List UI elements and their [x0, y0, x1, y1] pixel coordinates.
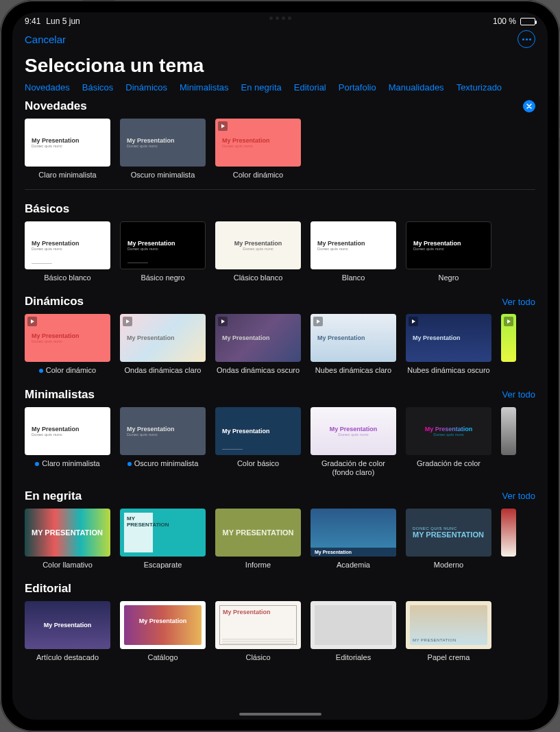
- theme-label: Color llamativo: [25, 561, 110, 570]
- page-title: Selecciona un tema: [12, 52, 548, 82]
- tab-dinamicos[interactable]: Dinámicos: [125, 82, 167, 93]
- theme-label: Catálogo: [120, 653, 206, 662]
- tab-texturizado[interactable]: Texturizado: [456, 82, 502, 93]
- theme-oscuro-minimalista[interactable]: My PresentationDonec quis nunc Oscuro mi…: [120, 407, 206, 477]
- tab-basicos[interactable]: Básicos: [82, 82, 114, 93]
- theme-label: Claro minimalista: [25, 171, 110, 180]
- section-title: En negrita: [25, 489, 82, 503]
- tab-en-negrita[interactable]: En negrita: [241, 82, 282, 93]
- play-icon: [504, 317, 513, 326]
- theme-label: Color básico: [215, 459, 301, 468]
- see-all-link[interactable]: Ver todo: [502, 297, 535, 307]
- theme-articulo-destacado[interactable]: My Presentation Artículo destacado: [25, 601, 110, 662]
- theme-moderno[interactable]: Donec quis nuncMY PRESENTATION Moderno: [406, 509, 491, 570]
- theme-oscuro-minimalista[interactable]: My PresentationDonec quis nunc Oscuro mi…: [120, 119, 206, 180]
- theme-label: Gradación de color: [406, 459, 491, 468]
- cancel-button[interactable]: Cancelar: [25, 34, 66, 45]
- status-bar: 9:41 Lun 5 jun 100 %: [12, 12, 548, 27]
- section-novedades: Novedades My PresentationDonec quis nunc…: [25, 99, 535, 190]
- theme-negro[interactable]: My PresentationDonec quis nunc Negro: [406, 221, 491, 282]
- theme-label: Color dinámico: [215, 171, 301, 180]
- theme-color-basico[interactable]: My Presentation Color básico: [215, 407, 301, 477]
- tab-minimalistas[interactable]: Minimalistas: [180, 82, 229, 93]
- home-indicator[interactable]: [239, 713, 321, 716]
- theme-escaparate[interactable]: MY PRESENTATION Escaparate: [120, 509, 206, 570]
- theme-label: Artículo destacado: [25, 653, 110, 662]
- theme-label: Clásico: [215, 653, 301, 662]
- theme-blanco[interactable]: My PresentationDonec quis nunc Blanco: [311, 221, 396, 282]
- theme-color-dinamico[interactable]: My PresentationDonec quis nunc Color din…: [25, 314, 110, 375]
- theme-peek[interactable]: [501, 407, 516, 477]
- theme-ondas-dinamicas-claro[interactable]: My Presentation Ondas dinámicas claro: [120, 314, 206, 375]
- section-dinamicos: Dinámicos Ver todo My PresentationDonec …: [25, 295, 535, 375]
- theme-papel-crema[interactable]: MY PRESENTATION Papel crema: [406, 601, 491, 662]
- theme-nubes-dinamicas-claro[interactable]: My Presentation Nubes dinámicas claro: [311, 314, 396, 375]
- theme-color-llamativo[interactable]: MY PRESENTATION Color llamativo: [25, 509, 110, 570]
- theme-gradacion-color[interactable]: My PresentationDonec quis nunc Gradación…: [406, 407, 491, 477]
- theme-ondas-dinamicas-oscuro[interactable]: My Presentation Ondas dinámicas oscuro: [215, 314, 301, 375]
- theme-label: Editoriales: [311, 653, 396, 662]
- theme-catalogo[interactable]: My Presentation Catálogo: [120, 601, 206, 662]
- theme-label: Academia: [311, 561, 396, 570]
- theme-label: Informe: [215, 561, 301, 570]
- tab-editorial[interactable]: Editorial: [294, 82, 326, 93]
- close-section-button[interactable]: [523, 100, 535, 112]
- theme-label: Básico negro: [120, 273, 206, 282]
- section-en-negrita: En negrita Ver todo MY PRESENTATION Colo…: [25, 489, 535, 570]
- theme-label: Claro minimalista: [25, 459, 110, 468]
- see-all-link[interactable]: Ver todo: [502, 491, 535, 501]
- theme-label: Nubes dinámicas claro: [311, 366, 396, 375]
- theme-nubes-dinamicas-oscuro[interactable]: My Presentation Nubes dinámicas oscuro: [406, 314, 491, 375]
- section-editorial: Editorial My Presentation Artículo desta…: [25, 582, 535, 662]
- tab-portafolio[interactable]: Portafolio: [339, 82, 376, 93]
- status-time: 9:41: [25, 16, 40, 26]
- section-title: Minimalistas: [25, 388, 95, 402]
- tab-novedades[interactable]: Novedades: [25, 82, 70, 93]
- theme-label: Ondas dinámicas claro: [120, 366, 206, 375]
- see-all-link[interactable]: Ver todo: [502, 389, 535, 400]
- theme-peek[interactable]: [501, 314, 516, 375]
- section-title: Editorial: [25, 582, 71, 596]
- theme-basico-blanco[interactable]: My PresentationDonec quis nunc Básico bl…: [25, 221, 110, 282]
- theme-basico-negro[interactable]: My PresentationDonec quis nunc Básico ne…: [120, 221, 206, 282]
- play-icon: [27, 317, 37, 326]
- tab-manualidades[interactable]: Manualidades: [389, 82, 444, 93]
- section-title: Básicos: [25, 202, 69, 216]
- section-title: Dinámicos: [25, 295, 84, 308]
- section-minimalistas: Minimalistas Ver todo My PresentationDon…: [25, 388, 535, 477]
- theme-label: Ondas dinámicas oscuro: [215, 366, 301, 375]
- theme-label: Papel crema: [406, 653, 491, 662]
- theme-label: Escaparate: [120, 561, 206, 570]
- theme-label: Color dinámico: [25, 366, 110, 375]
- theme-claro-minimalista[interactable]: My PresentationDonec quis nunc Claro min…: [25, 407, 110, 477]
- theme-label: Gradación de color (fondo claro): [311, 459, 396, 477]
- theme-color-dinamico[interactable]: My PresentationDonec quis nunc Color din…: [215, 119, 301, 180]
- section-title: Novedades: [25, 99, 87, 113]
- play-icon: [313, 317, 323, 326]
- theme-label: Básico blanco: [25, 273, 110, 282]
- play-icon: [409, 317, 418, 326]
- camera-dots: [269, 16, 291, 20]
- theme-claro-minimalista[interactable]: My PresentationDonec quis nunc Claro min…: [25, 119, 110, 180]
- play-icon: [218, 121, 228, 131]
- category-tabs: Novedades Básicos Dinámicos Minimalistas…: [12, 82, 548, 99]
- section-basicos: Básicos My PresentationDonec quis nunc B…: [25, 202, 535, 282]
- theme-peek[interactable]: [501, 509, 516, 570]
- theme-gradacion-fondo-claro[interactable]: My PresentationDonec quis nunc Gradación…: [311, 407, 396, 477]
- status-date: Lun 5 jun: [46, 16, 80, 26]
- battery-icon: [520, 18, 535, 25]
- theme-academia[interactable]: My Presentation Academia: [311, 509, 396, 570]
- theme-label: Moderno: [406, 561, 491, 570]
- theme-clasico-blanco[interactable]: My PresentationDonec quis nunc Clásico b…: [215, 221, 301, 282]
- theme-label: Oscuro minimalista: [120, 459, 206, 468]
- theme-clasico[interactable]: My Presentation Clásico: [215, 601, 301, 662]
- theme-label: Negro: [406, 273, 491, 282]
- theme-editoriales[interactable]: Editoriales: [311, 601, 396, 662]
- theme-label: Blanco: [311, 273, 396, 282]
- close-icon: [526, 103, 533, 110]
- theme-informe[interactable]: MY PRESENTATION Informe: [215, 509, 301, 570]
- status-battery-pct: 100 %: [493, 16, 516, 26]
- more-button[interactable]: [518, 30, 535, 48]
- theme-label: Oscuro minimalista: [120, 171, 206, 180]
- theme-label: Clásico blanco: [215, 273, 301, 282]
